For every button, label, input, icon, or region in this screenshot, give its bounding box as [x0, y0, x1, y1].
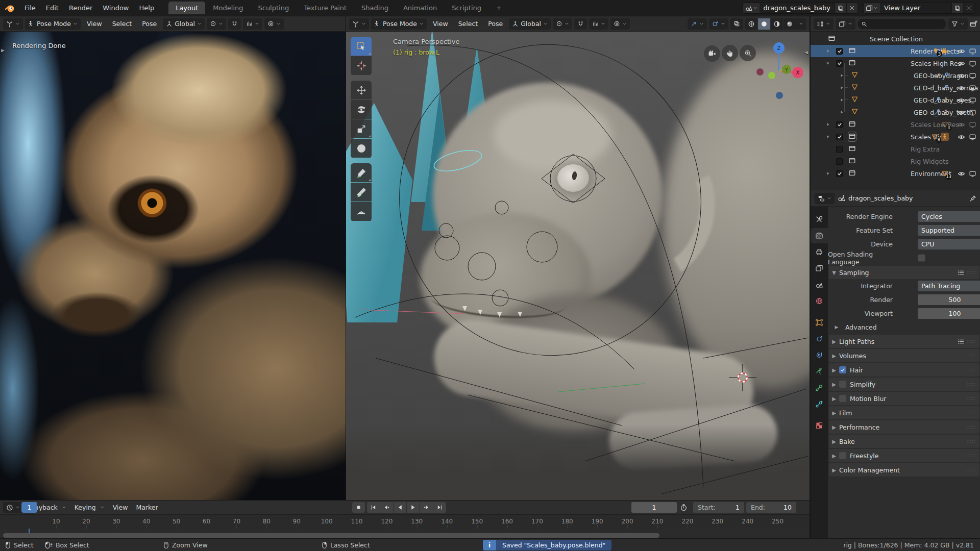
outliner-row[interactable]: Rig Extra: [811, 143, 980, 155]
tool-cursor[interactable]: [351, 56, 372, 75]
eye-icon[interactable]: [958, 170, 965, 178]
monitor-icon[interactable]: [969, 72, 976, 80]
property-checkbox[interactable]: [918, 254, 925, 262]
frame-start-field[interactable]: Start:1: [693, 502, 744, 513]
property-dropdown[interactable]: Supported: [918, 225, 980, 236]
sidebar-expand-arrow[interactable]: ◂: [804, 48, 808, 56]
tool-annotate[interactable]: [351, 163, 372, 182]
prev-keyframe-button[interactable]: [380, 502, 393, 513]
section-color-management[interactable]: ▶Color Management::::: [829, 463, 979, 477]
wrench-icon[interactable]: [942, 84, 949, 91]
collection-checkbox[interactable]: [836, 158, 843, 165]
outliner-row[interactable]: GEO-babydragon: [811, 69, 980, 82]
scene-delete-button[interactable]: [846, 3, 857, 13]
dots-icon[interactable]: [943, 97, 949, 103]
snap-settings-button[interactable]: [243, 18, 262, 30]
orientation-selector[interactable]: Global: [509, 18, 551, 30]
section-motion-blur[interactable]: ▶Motion Blur::::: [829, 392, 979, 405]
jump-last-button[interactable]: [433, 502, 446, 513]
menu-render[interactable]: Render: [64, 3, 97, 13]
collection-checkbox[interactable]: [836, 48, 843, 55]
property-dropdown[interactable]: Cycles: [918, 211, 980, 222]
disclosure-right[interactable]: [839, 109, 845, 116]
collection-checkbox[interactable]: [836, 60, 843, 67]
camera-obj-icon[interactable]: [941, 47, 949, 55]
view-layer-name-field[interactable]: View Layer: [880, 3, 951, 13]
play-button[interactable]: [407, 502, 420, 513]
xray-toggle-button[interactable]: [730, 18, 743, 30]
timeline-menu-marker[interactable]: Marker: [132, 504, 162, 511]
shading-dropdown-button[interactable]: [796, 18, 806, 30]
properties-tab-render[interactable]: [811, 228, 828, 243]
properties-tab-bone[interactable]: [811, 380, 828, 395]
monitor-icon[interactable]: [969, 60, 976, 67]
properties-tab-texture[interactable]: [811, 418, 828, 433]
view-layer-new-button[interactable]: [951, 3, 963, 13]
section-checkbox[interactable]: [839, 452, 846, 459]
section-film[interactable]: ▶Film::::: [829, 406, 979, 419]
record-button[interactable]: [352, 502, 365, 513]
properties-tab-object-data[interactable]: [811, 364, 828, 379]
light-icon[interactable]: 3: [932, 47, 939, 55]
viewport-menu-view[interactable]: View: [83, 20, 106, 28]
section-freestyle[interactable]: ▶Freestyle::::: [829, 449, 979, 462]
menu-window[interactable]: Window: [97, 3, 134, 13]
current-frame-field[interactable]: 1: [631, 502, 677, 513]
use-preview-range-button[interactable]: [680, 504, 688, 511]
tab-sculpting[interactable]: Sculpting: [251, 2, 296, 14]
gizmos-button[interactable]: [688, 18, 707, 30]
view-layer-delete-button[interactable]: [963, 3, 974, 13]
tool-scale[interactable]: [351, 119, 372, 138]
properties-tab-view-layer[interactable]: [811, 261, 828, 276]
pin-icon[interactable]: [969, 195, 976, 202]
shading-wireframe-button[interactable]: [745, 18, 757, 30]
snap-settings-button[interactable]: [589, 18, 608, 30]
outliner-row[interactable]: Scales Low Res4: [811, 118, 980, 131]
dots-icon[interactable]: [943, 109, 949, 115]
properties-tab-world[interactable]: [811, 293, 828, 309]
shading-material-button[interactable]: [771, 18, 783, 30]
collection-checkbox[interactable]: [836, 146, 843, 153]
snap-toggle-button[interactable]: [574, 18, 587, 30]
monitor-icon[interactable]: [969, 96, 976, 104]
eye-icon[interactable]: [958, 72, 965, 80]
mesh-icon[interactable]: 13: [941, 170, 949, 178]
wrench-icon[interactable]: [934, 96, 941, 104]
outliner-display-mode-button[interactable]: [814, 18, 834, 30]
snap-toggle-button[interactable]: [228, 18, 241, 30]
property-dropdown[interactable]: CPU: [918, 239, 980, 249]
property-number[interactable]: 100: [918, 308, 980, 319]
monitor-icon[interactable]: [969, 121, 976, 129]
tool-move[interactable]: [351, 81, 372, 99]
viewport-menu-view[interactable]: View: [429, 20, 452, 28]
section-hair[interactable]: ▶Hair::::: [829, 363, 979, 377]
properties-tab-output[interactable]: [811, 244, 828, 260]
jump-first-button[interactable]: [367, 502, 380, 513]
overlays-button[interactable]: [709, 18, 728, 30]
outliner-row[interactable]: Environment13: [811, 167, 980, 180]
outliner-search-input[interactable]: [857, 19, 946, 29]
collection-checkbox[interactable]: [836, 170, 843, 177]
preset-list-icon[interactable]: [958, 269, 964, 276]
properties-tab-bone-constraints[interactable]: [811, 396, 828, 412]
properties-tab-physics[interactable]: [811, 331, 828, 346]
add-workspace-tab[interactable]: +: [489, 2, 509, 14]
collection-checkbox[interactable]: [836, 134, 843, 140]
menu-help[interactable]: Help: [134, 3, 160, 13]
blender-logo-icon[interactable]: [5, 4, 15, 13]
mesh-icon[interactable]: 4: [941, 121, 949, 129]
monitor-icon[interactable]: [969, 84, 976, 92]
tool-transform[interactable]: [351, 139, 372, 158]
shading-solid-button[interactable]: [758, 18, 770, 30]
view-layer-browse-button[interactable]: [864, 3, 880, 13]
tab-texture-paint[interactable]: Texture Paint: [297, 2, 354, 14]
current-frame-indicator[interactable]: 1: [21, 502, 37, 513]
section-performance[interactable]: ▶Performance::::: [829, 420, 979, 434]
outliner-filter-type-button[interactable]: [836, 18, 855, 30]
disclosure-right[interactable]: [825, 170, 831, 178]
scene-new-button[interactable]: [835, 3, 846, 13]
tab-layout[interactable]: Layout: [168, 2, 205, 14]
timeline-menu-view[interactable]: View: [109, 504, 132, 511]
preset-list-icon[interactable]: [958, 338, 964, 345]
play-reverse-button[interactable]: [394, 502, 406, 513]
